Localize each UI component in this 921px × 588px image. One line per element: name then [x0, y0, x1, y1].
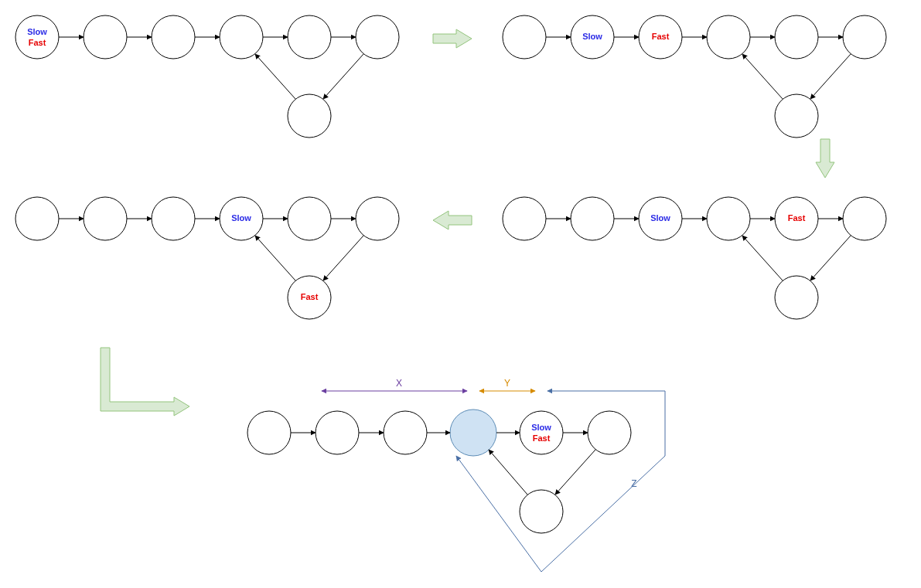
- step1: Slow Fast: [15, 15, 399, 138]
- step1-node-2: [152, 15, 195, 59]
- step5-node-3-cycle-entry: [450, 410, 496, 456]
- arrow: [555, 450, 595, 495]
- arrow: [489, 450, 527, 495]
- arrow: [810, 54, 851, 99]
- step2-node-0: [503, 15, 546, 59]
- slow-label: Slow: [582, 32, 602, 41]
- step3: Slow Fast: [503, 197, 886, 319]
- fast-label: Fast: [301, 292, 319, 301]
- step3-node-3: [707, 197, 750, 240]
- fast-label: Fast: [788, 213, 806, 223]
- step4-node-0: [15, 197, 59, 240]
- step2-node-5: [843, 15, 886, 59]
- step1-node-6: [288, 94, 331, 138]
- step2-node-6: [775, 94, 818, 138]
- step1-node-3: [220, 15, 263, 59]
- arrow: [742, 54, 783, 99]
- dimension-y-label: Y: [504, 378, 510, 389]
- step4-node-2: [152, 197, 195, 240]
- arrow: [742, 236, 783, 280]
- step5-node-2: [384, 411, 427, 454]
- slow-label: Slow: [231, 213, 251, 223]
- step1-node-1: [84, 15, 127, 59]
- step3-node-5: [843, 197, 886, 240]
- fast-label: Fast: [29, 38, 46, 47]
- arrow: [323, 54, 363, 99]
- step5-node-6: [520, 490, 563, 533]
- step3-node-0: [503, 197, 546, 240]
- diagram-canvas: Slow Fast Slow Fast: [0, 0, 921, 588]
- step5-node-0: [247, 411, 291, 454]
- step2-node-4: [775, 15, 818, 59]
- step4-node-4: [288, 197, 331, 240]
- step5-node-5: [588, 411, 631, 454]
- step3-node-1: [571, 197, 614, 240]
- step2: Slow Fast: [503, 15, 886, 138]
- slow-label: Slow: [650, 213, 670, 223]
- step1-node-4: [288, 15, 331, 59]
- slow-label: Slow: [27, 27, 47, 36]
- fast-label: Fast: [533, 433, 551, 443]
- transition-arrow-2: [816, 139, 834, 178]
- arrow: [255, 54, 295, 99]
- step4-node-5: [356, 197, 399, 240]
- arrow: [255, 236, 295, 280]
- dimension-x-label: X: [396, 378, 402, 389]
- slow-label: Slow: [531, 423, 551, 432]
- fast-label: Fast: [652, 32, 670, 41]
- step5-node-1: [316, 411, 359, 454]
- step3-node-6: [775, 276, 818, 319]
- step1-node-5: [356, 15, 399, 59]
- step4: Slow Fast: [15, 197, 399, 319]
- transition-arrow-1: [433, 29, 472, 48]
- step5: Slow Fast X Y Z: [247, 378, 665, 572]
- step2-node-3: [707, 15, 750, 59]
- step4-node-1: [84, 197, 127, 240]
- arrow: [810, 236, 851, 280]
- transition-arrow-4: [101, 348, 189, 416]
- transition-arrow-3: [433, 211, 472, 229]
- dimension-z-label: Z: [631, 478, 636, 489]
- arrow: [323, 236, 363, 280]
